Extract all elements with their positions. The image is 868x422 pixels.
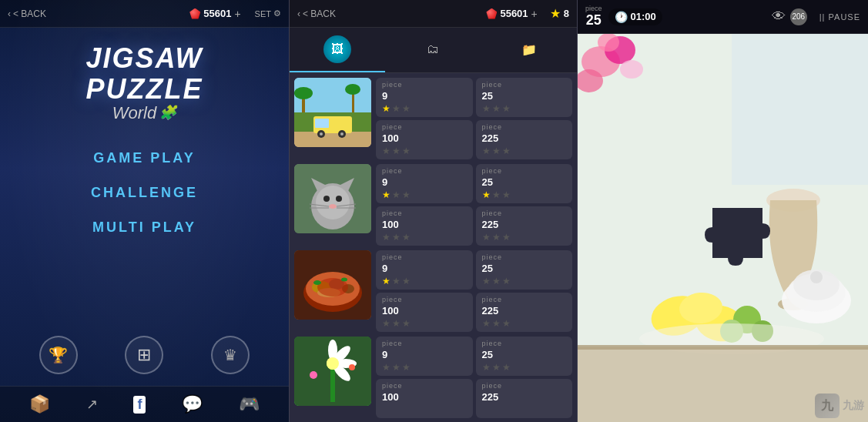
score-card[interactable]: piece 100: [376, 379, 473, 418]
achievement-button[interactable]: 🏆: [39, 336, 78, 374]
recent-tab-icon: 🗂: [419, 35, 447, 63]
eye-icon: 👁: [772, 8, 786, 25]
back-button[interactable]: ‹ < BACK: [8, 8, 46, 19]
svg-point-51: [598, 34, 619, 52]
watermark-icon: 九: [815, 394, 840, 418]
svg-point-63: [810, 271, 823, 283]
tab-bar: 🖼 🗂 📁: [290, 28, 577, 73]
panel2-back-label: < BACK: [303, 8, 336, 19]
gem-icon: [189, 8, 200, 19]
panel2-topbar: ‹ < BACK 55601 + ★ 8: [290, 0, 577, 28]
panel2-gem-icon: [486, 8, 497, 19]
chat-icon[interactable]: 💬: [182, 394, 203, 414]
pause-button[interactable]: || PAUSE: [819, 12, 860, 22]
trophy-icon: 🏆: [49, 346, 68, 364]
box-icon[interactable]: 📦: [29, 394, 50, 414]
puzzle-scores-beach: piece 9 ★ ★ ★ piece 25 ★ ★ ★: [376, 78, 572, 159]
gamepad-icon[interactable]: 🎮: [239, 394, 260, 414]
puzzle-scene-overlay: [578, 34, 868, 422]
svg-point-34: [341, 278, 347, 282]
score-card[interactable]: piece 9 ★ ★ ★: [376, 337, 473, 376]
menu-item-gameplay[interactable]: GAME PLAY: [78, 146, 210, 171]
star-icon: ★: [550, 6, 561, 21]
game-logo: JIGSAW PUZZLE World 🧩: [85, 43, 203, 122]
gem-display: 55601 +: [189, 8, 240, 20]
panel1-topbar: ‹ < BACK 55601 + SET ⚙: [0, 0, 289, 28]
tab-recent[interactable]: 🗂: [385, 28, 481, 72]
score-card[interactable]: piece 100 ★ ★ ★: [376, 120, 473, 159]
bottom-icons-row: 🏆 ⊞ ♛: [0, 324, 289, 386]
panel2-gem-plus[interactable]: +: [531, 8, 538, 20]
gallery-tab-icon: 🖼: [323, 35, 351, 63]
panel-main-menu: ‹ < BACK 55601 + SET ⚙ JIGSAW PUZZLE Wor…: [0, 0, 289, 422]
panel2-back-button[interactable]: ‹ < BACK: [297, 8, 336, 19]
puzzle-thumb-flowers[interactable]: [294, 337, 371, 406]
svg-point-6: [345, 84, 360, 95]
gear-icon: ⚙: [273, 8, 281, 18]
score-card[interactable]: piece 25 ★ ★ ★: [476, 164, 573, 203]
puzzle-thumb-cat[interactable]: [294, 164, 371, 233]
svg-point-15: [316, 186, 350, 219]
score-card[interactable]: piece 25 ★ ★ ★: [476, 250, 573, 290]
watermark-text: 九游: [843, 399, 864, 413]
recent-icon: 🗂: [427, 42, 439, 56]
piece-count-display: piece 25: [585, 5, 602, 28]
settings-button[interactable]: SET ⚙: [255, 8, 281, 18]
menu-item-multiplay[interactable]: MULTI PLAY: [77, 215, 212, 240]
eye-button[interactable]: 👁 206: [772, 8, 807, 25]
score-card[interactable]: piece 9 ★ ★ ★: [376, 164, 473, 203]
bottom-navigation: 📦 ↗ f 💬 🎮: [0, 386, 289, 422]
panel-puzzle-select: ‹ < BACK 55601 + ★ 8 🖼 🗂 📁: [289, 0, 578, 422]
set-label: SET: [255, 9, 271, 18]
watermark: 九 九游: [815, 394, 864, 418]
star-count: 8: [564, 8, 569, 19]
score-card[interactable]: piece 100 ★ ★ ★: [376, 206, 473, 246]
svg-rect-8: [315, 119, 329, 128]
grid-button[interactable]: ⊞: [125, 336, 163, 374]
svg-point-19: [336, 196, 342, 202]
folder-tab-icon: 📁: [515, 35, 543, 63]
menu-item-challenge[interactable]: CHALLENGE: [75, 180, 213, 206]
back-label: < BACK: [13, 8, 46, 19]
svg-point-50: [620, 60, 643, 79]
svg-rect-36: [330, 367, 335, 402]
svg-point-4: [294, 87, 313, 99]
puzzle-scores-flowers: piece 9 ★ ★ ★ piece 25 ★ ★ ★: [376, 337, 572, 418]
puzzle-item-food: piece 9 ★ ★ ★ piece 25 ★ ★ ★: [294, 250, 572, 332]
piece-label: piece: [585, 5, 602, 12]
tab-gallery[interactable]: 🖼: [290, 28, 385, 72]
puzzle-thumb-beach[interactable]: [294, 78, 371, 147]
svg-rect-46: [732, 34, 868, 185]
logo-jigsaw: JIGSAW: [85, 43, 203, 74]
crown-button[interactable]: ♛: [211, 336, 250, 374]
tab-folder[interactable]: 📁: [481, 28, 577, 72]
puzzle-game-area[interactable]: 九 九游: [578, 34, 868, 422]
svg-rect-66: [578, 345, 868, 350]
puzzle-list: piece 9 ★ ★ ★ piece 25 ★ ★ ★: [290, 73, 577, 422]
gallery-icon: 🖼: [331, 42, 344, 56]
score-card[interactable]: piece 100 ★ ★ ★: [376, 293, 473, 332]
score-card[interactable]: piece 225 ★ ★ ★: [476, 206, 573, 246]
puzzle-scores-food: piece 9 ★ ★ ★ piece 25 ★ ★ ★: [376, 250, 572, 332]
logo-world: World 🧩: [85, 104, 203, 122]
star-display: ★ 8: [550, 6, 569, 21]
score-card[interactable]: piece 225 ★ ★ ★: [476, 120, 573, 159]
puzzle-thumb-food[interactable]: [294, 250, 371, 320]
svg-point-18: [323, 196, 330, 202]
facebook-icon[interactable]: f: [133, 396, 146, 414]
score-card[interactable]: piece 25 ★ ★ ★: [476, 78, 573, 117]
score-card[interactable]: piece 225 ★ ★ ★: [476, 293, 573, 332]
svg-point-33: [313, 280, 321, 285]
score-card[interactable]: piece 9 ★ ★ ★: [376, 250, 473, 290]
panel2-gem-display: 55601 +: [486, 8, 537, 20]
piece-count: 25: [586, 12, 602, 28]
score-card[interactable]: piece 9 ★ ★ ★: [376, 78, 473, 117]
timer-display: 🕐 01:00: [608, 8, 662, 25]
score-card[interactable]: piece 225: [476, 379, 573, 418]
main-menu: GAME PLAY CHALLENGE MULTI PLAY: [0, 130, 289, 256]
share-icon[interactable]: ↗: [86, 396, 98, 413]
gem-plus-button[interactable]: +: [234, 8, 240, 20]
puzzle-item-beach: piece 9 ★ ★ ★ piece 25 ★ ★ ★: [294, 78, 572, 159]
puzzle-item-flowers: piece 9 ★ ★ ★ piece 25 ★ ★ ★: [294, 337, 572, 418]
score-card[interactable]: piece 25 ★ ★ ★: [476, 337, 573, 376]
